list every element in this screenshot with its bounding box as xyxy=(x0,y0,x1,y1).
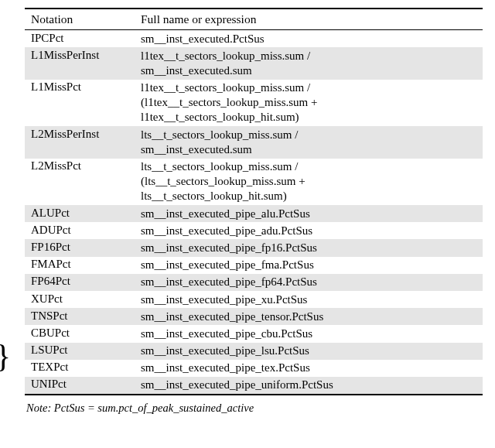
table-row: FP16Pctsm__inst_executed_pipe_fp16.PctSu… xyxy=(25,239,483,256)
table-row: IPCPctsm__inst_executed.PctSus xyxy=(25,30,483,48)
table-row: UNIPctsm__inst_executed_pipe_uniform.Pct… xyxy=(25,377,483,395)
table-row: L1MissPerInstl1tex__t_sectors_lookup_mis… xyxy=(25,47,483,79)
table-row: TEXPctsm__inst_executed_pipe_tex.PctSus xyxy=(25,360,483,377)
cell-expression: lts__t_sectors_lookup_miss.sum / (lts__t… xyxy=(135,159,483,206)
table-row: ADUPctsm__inst_executed_pipe_adu.PctSus xyxy=(25,222,483,239)
cell-notation: FMAPct xyxy=(25,257,135,274)
notation-table: Notation Full name or expression IPCPcts… xyxy=(25,8,483,395)
cell-expression: sm__inst_executed_pipe_fp64.PctSus xyxy=(135,274,483,291)
cell-notation: UNIPct xyxy=(25,377,135,395)
cell-notation: L2MissPerInst xyxy=(25,126,135,158)
cell-notation: ADUPct xyxy=(25,222,135,239)
cell-expression: sm__inst_executed_pipe_fma.PctSus xyxy=(135,257,483,274)
cell-notation: XUPct xyxy=(25,291,135,308)
cell-notation: LSUPct xyxy=(25,343,135,360)
cell-expression: sm__inst_executed_pipe_xu.PctSus xyxy=(135,291,483,308)
cell-expression: sm__inst_executed_pipe_tensor.PctSus xyxy=(135,308,483,325)
cell-expression: sm__inst_executed_pipe_lsu.PctSus xyxy=(135,343,483,360)
table-row: ALUPctsm__inst_executed_pipe_alu.PctSus xyxy=(25,205,483,222)
table-row: TNSPctsm__inst_executed_pipe_tensor.PctS… xyxy=(25,308,483,325)
table-body: IPCPctsm__inst_executed.PctSusL1MissPerI… xyxy=(25,30,483,395)
table-row: FP64Pctsm__inst_executed_pipe_fp64.PctSu… xyxy=(25,274,483,291)
cell-notation: L2MissPct xyxy=(25,159,135,206)
cell-notation: L1MissPerInst xyxy=(25,47,135,79)
cell-expression: sm__inst_executed_pipe_cbu.PctSus xyxy=(135,325,483,342)
table-row: L2MissPerInstlts__t_sectors_lookup_miss.… xyxy=(25,126,483,158)
cell-expression: sm__inst_executed.PctSus xyxy=(135,30,483,48)
table-header-row: Notation Full name or expression xyxy=(25,9,483,30)
cell-notation: TEXPct xyxy=(25,360,135,377)
page-container: } Notation Full name or expression IPCPc… xyxy=(0,0,495,448)
table-row: XUPctsm__inst_executed_pipe_xu.PctSus xyxy=(25,291,483,308)
header-expression: Full name or expression xyxy=(135,9,483,30)
cell-notation: ALUPct xyxy=(25,205,135,222)
left-brace-glyph: } xyxy=(0,340,11,372)
cell-notation: TNSPct xyxy=(25,308,135,325)
cell-expression: sm__inst_executed_pipe_fp16.PctSus xyxy=(135,239,483,256)
table-row: L2MissPctlts__t_sectors_lookup_miss.sum … xyxy=(25,159,483,206)
table-row: L1MissPctl1tex__t_sectors_lookup_miss.su… xyxy=(25,80,483,127)
footnote: Note: PctSus = sum.pct_of_peak_sustained… xyxy=(25,402,483,415)
cell-expression: l1tex__t_sectors_lookup_miss.sum / sm__i… xyxy=(135,47,483,79)
header-notation: Notation xyxy=(25,9,135,30)
cell-expression: sm__inst_executed_pipe_tex.PctSus xyxy=(135,360,483,377)
cell-expression: sm__inst_executed_pipe_adu.PctSus xyxy=(135,222,483,239)
cell-notation: CBUPct xyxy=(25,325,135,342)
cell-expression: sm__inst_executed_pipe_alu.PctSus xyxy=(135,205,483,222)
table-row: CBUPctsm__inst_executed_pipe_cbu.PctSus xyxy=(25,325,483,342)
cell-expression: lts__t_sectors_lookup_miss.sum / sm__ins… xyxy=(135,126,483,158)
cell-notation: FP64Pct xyxy=(25,274,135,291)
cell-notation: L1MissPct xyxy=(25,80,135,127)
table-row: LSUPctsm__inst_executed_pipe_lsu.PctSus xyxy=(25,343,483,360)
table-row: FMAPctsm__inst_executed_pipe_fma.PctSus xyxy=(25,257,483,274)
cell-expression: l1tex__t_sectors_lookup_miss.sum / (l1te… xyxy=(135,80,483,127)
cell-notation: FP16Pct xyxy=(25,239,135,256)
cell-notation: IPCPct xyxy=(25,30,135,48)
cell-expression: sm__inst_executed_pipe_uniform.PctSus xyxy=(135,377,483,395)
